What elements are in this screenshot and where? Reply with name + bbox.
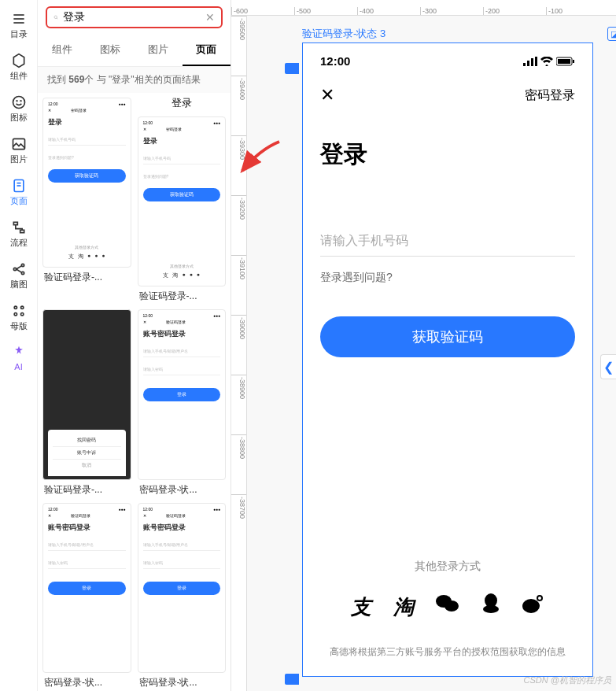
taobao-icon[interactable]: 淘 (393, 593, 414, 621)
sidebar-item-pages[interactable]: 页面 (3, 173, 35, 212)
sidebar-item-toc[interactable]: 目录 (3, 6, 35, 45)
svg-point-14 (21, 272, 24, 274)
disclaimer: 高德将根据第三方账号服务平台的授权范围获取您的信息 (303, 645, 592, 659)
search-icon (53, 12, 58, 23)
asset-panel: ✕ 组件 图标 图片 页面 找到 569个 与 "登录"相关的页面结果 12:0… (38, 0, 231, 691)
get-code-button[interactable]: 获取验证码 (320, 316, 575, 357)
svg-rect-24 (535, 57, 537, 66)
result-card[interactable]: 12:00●●● ✕ 验证码登录 账号密码登录 请输入手机号/邮箱/用户名 请输… (138, 503, 227, 689)
tab-components[interactable]: 组件 (38, 35, 86, 66)
status-time: 12:00 (320, 54, 350, 68)
search-input[interactable] (63, 11, 201, 24)
alt-login-link[interactable]: 密码登录 (525, 87, 575, 104)
canvas[interactable]: 验证码登录-状态 3 ◪ 12:00 ✕ 密码登录 登录 登录遇到问题? 获取验… (247, 16, 616, 691)
social-row: 支 淘 (303, 593, 592, 621)
sidebar-label: 脑图 (10, 279, 28, 290)
result-card[interactable]: 登录 12:00●●● ✕ 密码登录 登录 请输入手机号码 登录遇到问题? 获取… (138, 93, 227, 303)
close-icon[interactable]: ✕ (320, 85, 334, 105)
search-box[interactable]: ✕ (46, 6, 223, 28)
alipay-icon[interactable]: 支 (351, 593, 371, 621)
svg-rect-23 (531, 58, 533, 66)
frame-label[interactable]: 验证码登录-状态 3 ◪ (302, 27, 385, 41)
result-card[interactable]: 找回密码 账号申诉 取消 验证码登录-... (42, 309, 131, 496)
tab-icons[interactable]: 图标 (86, 35, 134, 66)
svg-point-32 (522, 599, 540, 613)
sidebar-item-images[interactable]: 图片 (3, 131, 35, 170)
ruler-horizontal: -600-500-400-300-200-100 (231, 0, 616, 16)
sidebar-label: 图片 (10, 153, 28, 165)
svg-point-17 (14, 313, 17, 316)
svg-point-12 (13, 268, 16, 270)
sidebar-item-flow[interactable]: 流程 (3, 215, 35, 253)
sidebar-item-ai[interactable]: AI (3, 340, 35, 376)
svg-point-18 (20, 313, 23, 316)
card-caption: 密码登录-状... (42, 676, 131, 689)
status-icons (523, 57, 575, 66)
watermark: CSDN @机智的程序员 (524, 674, 611, 686)
tab-images[interactable]: 图片 (135, 35, 183, 66)
result-card[interactable]: 12:00●●● ✕ 验证码登录 账号密码登录 请输入手机号/邮箱/用户名 请输… (138, 309, 227, 496)
svg-line-20 (57, 18, 57, 19)
svg-point-5 (20, 101, 21, 102)
icon-sidebar: 目录 组件 图标 图片 页面 流程 脑图 母版 AI (0, 0, 38, 691)
help-link[interactable]: 登录遇到问题? (303, 257, 592, 285)
other-login-label: 其他登录方式 (303, 560, 592, 574)
page-title: 登录 (303, 115, 592, 179)
svg-point-33 (537, 596, 542, 600)
guide-handle[interactable] (285, 674, 299, 685)
card-caption: 验证码登录-... (138, 290, 227, 303)
svg-point-19 (54, 16, 57, 19)
svg-point-31 (483, 605, 499, 613)
svg-rect-22 (527, 61, 529, 66)
battery-icon (556, 57, 575, 66)
svg-point-29 (444, 600, 459, 612)
topbar: ✕ 密码登录 (303, 76, 592, 115)
svg-point-4 (17, 101, 17, 102)
result-card[interactable]: 12:00●●● ✕ 验证码登录 账号密码登录 请输入手机号/邮箱/用户名 请输… (42, 503, 131, 689)
phone-input[interactable] (320, 226, 575, 257)
result-card[interactable]: 12:00●●● ✕ 密码登录 登录 请输入手机号码 登录遇到问题? 获取验证码… (42, 98, 131, 303)
fold-icon[interactable]: ◪ (607, 27, 616, 41)
sidebar-label: 目录 (10, 28, 28, 40)
sidebar-item-icons[interactable]: 图标 (3, 90, 35, 128)
card-caption: 验证码登录-... (42, 271, 131, 284)
svg-point-13 (21, 264, 24, 266)
sidebar-label: 图标 (10, 112, 28, 124)
weibo-icon[interactable] (522, 593, 544, 621)
sidebar-label: 母版 (10, 320, 28, 332)
qq-icon[interactable] (481, 593, 500, 621)
svg-rect-21 (523, 63, 526, 66)
sidebar-item-components[interactable]: 组件 (3, 48, 35, 87)
svg-rect-10 (13, 222, 17, 224)
clear-icon[interactable]: ✕ (205, 11, 215, 24)
asset-tabs: 组件 图标 图片 页面 (38, 35, 231, 67)
svg-point-3 (13, 97, 24, 109)
device-frame[interactable]: 12:00 ✕ 密码登录 登录 登录遇到问题? 获取验证码 其他登录方式 支 淘 (302, 42, 593, 677)
ruler-vertical: -39500-39400-39300-39200-39100-39000-389… (231, 16, 247, 691)
sidebar-item-mindmap[interactable]: 脑图 (3, 257, 35, 295)
status-bar: 12:00 (303, 43, 592, 76)
sidebar-label: 组件 (10, 70, 28, 82)
card-caption: 密码登录-状... (138, 676, 227, 689)
card-caption: 验证码登录-... (42, 483, 131, 497)
svg-point-15 (14, 306, 17, 309)
svg-rect-27 (573, 60, 574, 63)
sidebar-item-master[interactable]: 母版 (3, 298, 35, 337)
sidebar-label: AI (14, 362, 22, 371)
tab-pages[interactable]: 页面 (183, 35, 231, 66)
side-collapse-tab[interactable]: ❮ (600, 354, 616, 379)
svg-rect-26 (558, 59, 570, 64)
wifi-icon (540, 57, 553, 66)
results-grid[interactable]: 12:00●●● ✕ 密码登录 登录 请输入手机号码 登录遇到问题? 获取验证码… (38, 93, 231, 691)
svg-rect-11 (20, 230, 24, 232)
card-caption: 密码登录-状... (138, 483, 227, 497)
sidebar-label: 流程 (10, 237, 28, 249)
annotation-arrow (236, 138, 283, 177)
svg-point-16 (20, 306, 23, 309)
wechat-icon[interactable] (436, 593, 459, 621)
result-info: 找到 569个 与 "登录"相关的页面结果 (38, 67, 231, 93)
signal-icon (523, 57, 537, 66)
guide-handle[interactable] (285, 63, 299, 74)
sidebar-label: 页面 (10, 195, 28, 207)
